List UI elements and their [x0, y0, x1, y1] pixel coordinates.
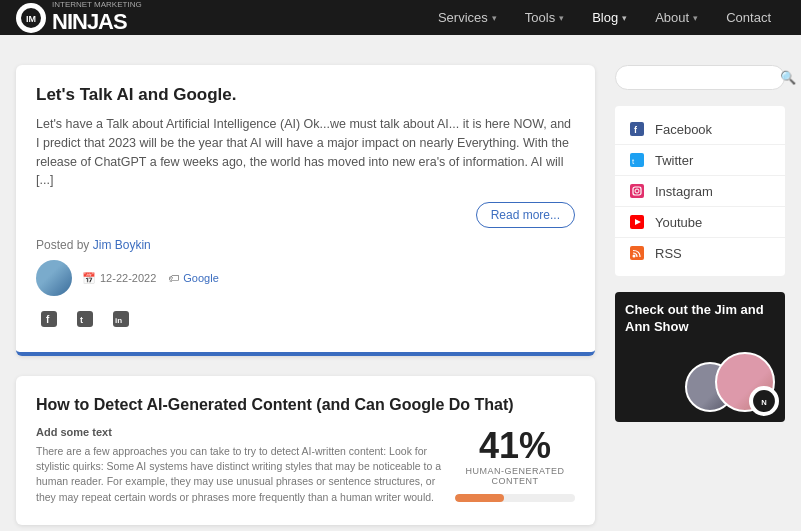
- nav-item-services[interactable]: Services ▾: [424, 0, 511, 35]
- search-box[interactable]: 🔍: [615, 65, 785, 90]
- svg-rect-12: [630, 184, 644, 198]
- logo-main: NINJAS: [52, 9, 127, 34]
- tag-icon: 🏷: [168, 272, 179, 284]
- post2-text: Add some text There are a few approaches…: [36, 426, 443, 505]
- nav-item-contact[interactable]: Contact: [712, 0, 785, 35]
- post2-stat: 41% HUMAN-GENERATED CONTENT: [455, 426, 575, 505]
- search-input[interactable]: [626, 71, 776, 85]
- social-item-youtube[interactable]: Youtube: [615, 207, 785, 238]
- social-item-facebook[interactable]: f Facebook: [615, 114, 785, 145]
- chevron-down-icon: ▾: [622, 13, 627, 23]
- logo-sub: INTERNET MARKETING: [52, 1, 142, 9]
- svg-rect-8: [630, 122, 644, 136]
- chevron-down-icon: ▾: [693, 13, 698, 23]
- logo-circle: IM: [16, 3, 46, 33]
- site-logo[interactable]: IM INTERNET MARKETING NINJAS: [16, 1, 142, 35]
- promo-faces: N: [695, 322, 785, 422]
- main-nav: IM INTERNET MARKETING NINJAS Services ▾ …: [0, 0, 801, 35]
- social-item-twitter[interactable]: t Twitter: [615, 145, 785, 176]
- author-row: 📅 12-22-2022 🏷 Google: [36, 260, 575, 296]
- promo-text: Check out the Jim and Ann Show: [625, 302, 775, 336]
- svg-text:IM: IM: [26, 14, 36, 24]
- social-item-instagram[interactable]: Instagram: [615, 176, 785, 207]
- nav-links: Services ▾ Tools ▾ Blog ▾ About ▾ Contac…: [424, 0, 785, 35]
- sidebar: 🔍 f Facebook t Twitter Instagram: [615, 65, 785, 525]
- svg-point-19: [633, 255, 636, 258]
- svg-rect-18: [630, 246, 644, 260]
- nav-item-tools[interactable]: Tools ▾: [511, 0, 578, 35]
- social-links-list: f Facebook t Twitter Instagram: [615, 106, 785, 276]
- social-item-rss[interactable]: RSS: [615, 238, 785, 268]
- nav-item-about[interactable]: About ▾: [641, 0, 712, 35]
- facebook-icon: f: [629, 121, 645, 137]
- svg-text:t: t: [80, 315, 83, 325]
- svg-text:N: N: [761, 398, 767, 407]
- read-more-button[interactable]: Read more...: [476, 202, 575, 228]
- post-date: 📅 12-22-2022: [82, 272, 156, 285]
- stat-label: HUMAN-GENERATED CONTENT: [455, 466, 575, 486]
- post-meta: 📅 12-22-2022 🏷 Google: [82, 272, 219, 285]
- search-icon[interactable]: 🔍: [780, 70, 796, 85]
- main-content: Let's Talk AI and Google. Let's have a T…: [16, 65, 595, 525]
- post1-title: Let's Talk AI and Google.: [36, 85, 575, 105]
- post2-inner: Add some text There are a few approaches…: [36, 426, 575, 505]
- instagram-icon: [629, 183, 645, 199]
- calendar-icon: 📅: [82, 272, 96, 285]
- youtube-icon: [629, 214, 645, 230]
- chevron-down-icon: ▾: [492, 13, 497, 23]
- twitter-icon: t: [629, 152, 645, 168]
- twitter-share-icon[interactable]: t: [72, 306, 98, 332]
- post-tag[interactable]: 🏷 Google: [168, 272, 218, 284]
- page-wrapper: Let's Talk AI and Google. Let's have a T…: [0, 35, 801, 531]
- facebook-share-icon[interactable]: f: [36, 306, 62, 332]
- post2-text-title: Add some text: [36, 426, 443, 438]
- post2-body: There are a few approaches you can take …: [36, 444, 443, 505]
- post-social-icons: f t in: [36, 306, 575, 332]
- stat-percentage: 41%: [479, 428, 551, 464]
- post2-title: How to Detect AI-Generated Content (and …: [36, 396, 575, 414]
- post1-excerpt: Let's have a Talk about Artificial Intel…: [36, 115, 575, 190]
- stat-bar: [455, 494, 575, 502]
- ninja-promo-logo: N: [749, 386, 779, 416]
- chevron-down-icon: ▾: [559, 13, 564, 23]
- post-card-1: Let's Talk AI and Google. Let's have a T…: [16, 65, 595, 356]
- svg-point-15: [640, 187, 641, 188]
- avatar: [36, 260, 72, 296]
- post-card-2: How to Detect AI-Generated Content (and …: [16, 376, 595, 525]
- linkedin-share-icon[interactable]: in: [108, 306, 134, 332]
- posted-by: Posted by Jim Boykin: [36, 238, 575, 252]
- rss-icon: [629, 245, 645, 261]
- author-link[interactable]: Jim Boykin: [93, 238, 151, 252]
- stat-bar-fill: [455, 494, 504, 502]
- svg-text:in: in: [115, 316, 122, 325]
- nav-item-blog[interactable]: Blog ▾: [578, 0, 641, 35]
- promo-box[interactable]: Check out the Jim and Ann Show N: [615, 292, 785, 422]
